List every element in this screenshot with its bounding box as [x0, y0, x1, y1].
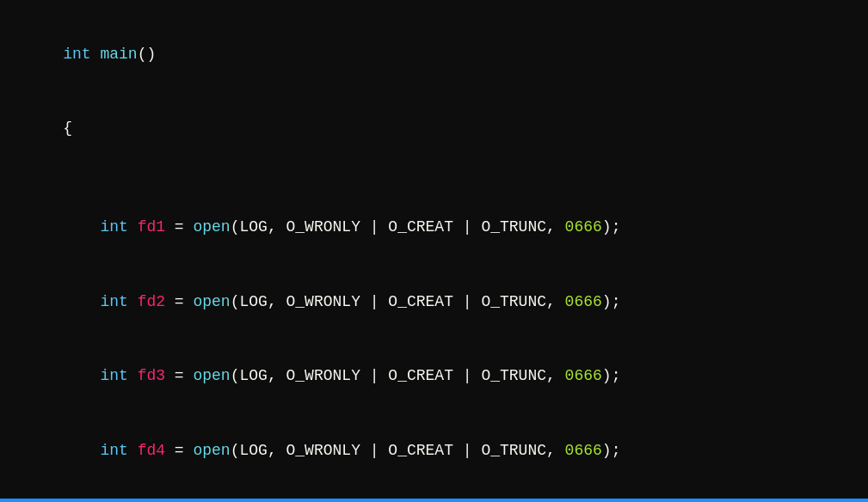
code-line-fd4: int fd4 = open(LOG, O_WRONLY | O_CREAT |…: [26, 413, 842, 487]
code-editor: int main() { int fd1 = open(LOG, O_WRONL…: [0, 0, 868, 502]
keyword-int: int: [63, 46, 90, 63]
var-fd3: fd3: [138, 367, 165, 384]
bottom-accent-bar: [0, 499, 868, 502]
fn-open-call-3: open: [193, 367, 230, 384]
code-line-fd2: int fd2 = open(LOG, O_WRONLY | O_CREAT |…: [26, 265, 842, 339]
fn-open-call-1: open: [193, 218, 230, 236]
code-line-blank-1: [26, 166, 842, 191]
var-fd2: fd2: [138, 293, 165, 310]
var-fd1: fd1: [138, 218, 165, 236]
var-fd4: fd4: [138, 442, 165, 459]
code-line-brace-open: {: [26, 91, 842, 165]
code-line-fd3: int fd3 = open(LOG, O_WRONLY | O_CREAT |…: [26, 339, 842, 413]
fn-open-call-4: open: [193, 442, 230, 459]
fn-open-call-2: open: [193, 293, 230, 310]
fn-name-main: main: [100, 46, 137, 63]
code-line-main-decl: int main(): [26, 17, 842, 91]
code-line-fd1: int fd1 = open(LOG, O_WRONLY | O_CREAT |…: [26, 191, 842, 265]
